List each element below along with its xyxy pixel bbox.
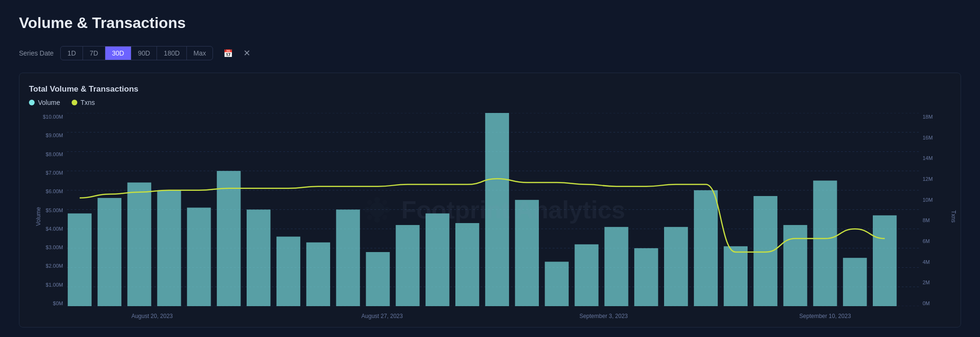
y-left-7: $7.00M [29,170,67,176]
legend-txns: Txns [72,99,95,106]
y-right-5: 10M [919,197,951,203]
y-left-3: $3.00M [29,244,67,250]
close-button[interactable]: ✕ [239,45,255,61]
chart-area: Volume $0M $1.00M $2.00M $3.00M $4.00M $… [29,113,951,319]
x-label-sep10: September 10, 2023 [799,313,851,319]
x-label-aug20: August 20, 2023 [131,313,173,319]
svg-rect-33 [455,223,479,306]
calendar-button[interactable]: 📅 [218,46,239,61]
period-90d[interactable]: 90D [131,47,157,60]
svg-rect-21 [98,198,121,306]
svg-rect-43 [754,196,777,306]
svg-rect-24 [187,207,211,306]
svg-rect-23 [157,190,181,306]
legend-volume-label: Volume [38,99,60,106]
legend-txns-label: Txns [81,99,95,106]
series-controls: Series Date 1D 7D 30D 90D 180D Max 📅 ✕ [19,45,961,61]
svg-rect-22 [128,183,151,306]
x-axis: August 20, 2023 August 27, 2023 Septembe… [67,306,919,319]
y-left-9: $9.00M [29,132,67,138]
svg-rect-25 [217,171,240,306]
chart-inner: Footprint Analytics August 20, 2023 Augu… [67,113,919,319]
y-axis-right-title: Txns [950,210,957,222]
y-left-2: $2.00M [29,263,67,269]
svg-rect-44 [783,225,807,306]
svg-rect-31 [396,225,419,306]
legend-txns-dot [72,100,77,105]
y-left-1: $1.00M [29,282,67,288]
svg-rect-35 [515,200,539,306]
period-max[interactable]: Max [187,47,213,60]
y-left-0: $0M [29,300,67,306]
y-left-10: $10.00M [29,114,67,120]
y-left-4: $4.00M [29,226,67,232]
y-right-1: 2M [919,280,951,285]
svg-rect-46 [843,258,867,306]
svg-rect-45 [813,180,837,306]
series-date-label: Series Date [19,49,54,57]
y-right-9: 18M [919,114,951,120]
svg-rect-41 [694,190,718,306]
svg-rect-40 [664,227,688,306]
legend-volume-dot [29,100,35,105]
x-label-aug27: August 27, 2023 [361,313,403,319]
chart-plot-area: Footprint Analytics [67,113,919,306]
chart-legend: Volume Txns [29,99,951,106]
svg-rect-30 [366,252,389,306]
y-left-6: $6.00M [29,188,67,194]
svg-rect-42 [724,246,748,306]
svg-rect-38 [604,227,628,306]
y-label-left-title: Volume [35,206,42,225]
svg-rect-37 [574,244,598,306]
y-right-3: 6M [919,238,951,244]
period-30d[interactable]: 30D [105,47,131,60]
period-1d[interactable]: 1D [61,47,83,60]
svg-rect-27 [277,236,300,306]
chart-container: Total Volume & Transactions Volume Txns … [19,73,961,328]
y-left-5: $5.00M [29,207,67,213]
period-7d[interactable]: 7D [83,47,105,60]
svg-rect-29 [336,210,360,307]
page-title: Volume & Transactions [19,14,961,32]
y-right-6: 12M [919,176,951,182]
svg-rect-39 [634,248,658,306]
svg-rect-28 [306,243,330,306]
period-180d[interactable]: 180D [157,47,186,60]
svg-rect-47 [873,215,897,306]
x-label-sep3: September 3, 2023 [579,313,628,319]
y-right-4: 8M [919,217,951,223]
svg-rect-34 [485,113,509,306]
y-left-8: $8.00M [29,151,67,157]
chart-svg [67,113,919,306]
svg-rect-32 [425,214,449,306]
chart-title: Total Volume & Transactions [29,84,951,94]
y-right-7: 14M [919,155,951,161]
period-button-group: 1D 7D 30D 90D 180D Max [60,46,213,60]
svg-rect-20 [68,214,92,306]
legend-volume: Volume [29,99,60,106]
svg-rect-36 [545,262,569,306]
svg-rect-26 [247,210,270,307]
y-right-0: 0M [919,300,951,306]
y-right-2: 4M [919,259,951,265]
y-right-8: 16M [919,135,951,140]
